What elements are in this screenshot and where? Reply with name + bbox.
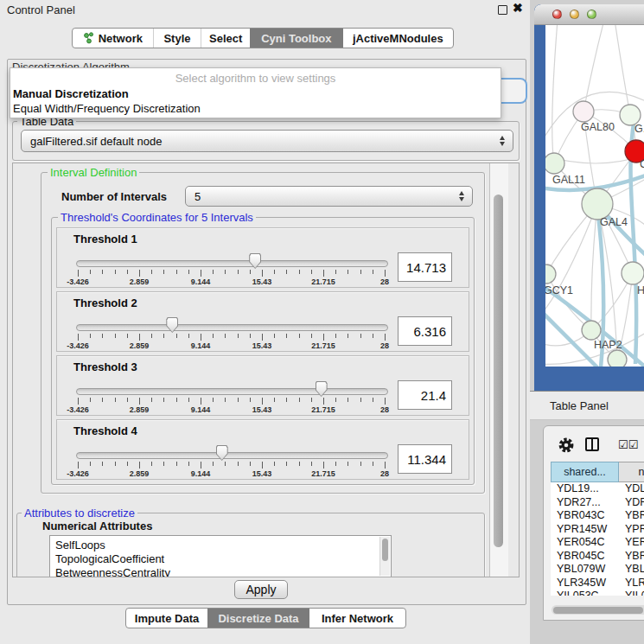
table-h-scrollbar[interactable] <box>552 605 644 615</box>
threshold-slider-thumb[interactable] <box>166 317 178 333</box>
network-node-partial[interactable] <box>608 350 627 367</box>
tick-label: 2.859 <box>120 405 158 414</box>
network-node-gal80[interactable] <box>573 101 594 122</box>
minor-tick <box>274 462 275 466</box>
table-row[interactable]: YIL053CYIL0 <box>551 590 644 596</box>
threshold-slider-track[interactable] <box>76 260 388 267</box>
cell-name: YIL0 <box>625 590 644 596</box>
major-tick <box>201 334 201 341</box>
node-label: GAL4 <box>600 216 628 228</box>
apply-button[interactable]: Apply <box>234 580 288 599</box>
tick-label: -3.426 <box>59 277 97 286</box>
threshold-value-field[interactable]: 11.344 <box>398 444 452 474</box>
minor-tick <box>127 270 128 274</box>
interval-definition-label: Interval Definition <box>48 166 139 179</box>
minimize-traffic-light[interactable] <box>570 10 579 19</box>
table-row[interactable]: YLR345WYLR3 <box>551 577 644 590</box>
tab-select[interactable]: Select <box>201 29 250 48</box>
threshold-slider-thumb[interactable] <box>249 253 261 269</box>
column-header-name[interactable]: na <box>619 462 644 482</box>
thresholds-group-label: Threshold's Coordinates for 5 Intervals <box>58 211 256 224</box>
node-label: G. <box>634 123 644 135</box>
float-window-icon[interactable] <box>498 5 507 15</box>
minor-tick <box>360 334 361 338</box>
numerical-attributes-list: SelfLoopsTopologicalCoefficientBetweenne… <box>49 535 392 577</box>
tick-label: -3.426 <box>59 341 97 350</box>
table-row[interactable]: YBR043CYBR0 <box>551 509 644 523</box>
minor-tick <box>299 398 300 402</box>
network-node-gal11[interactable] <box>545 153 564 174</box>
table-panel-bar: Table Panel <box>530 391 644 420</box>
table-h-scrollbar-thumb[interactable] <box>553 607 643 614</box>
threshold-slider-track[interactable] <box>76 324 388 331</box>
number-of-intervals-combo[interactable]: 5 <box>185 186 473 207</box>
network-view-window: GAL80G.CGAL11GAL4GCY1HHAP2 <box>534 4 644 391</box>
cell-shared-name: YDL19... <box>551 482 625 496</box>
tab-discretize-data[interactable]: Discretize Data <box>207 609 309 628</box>
cell-name: YLR3 <box>625 577 644 590</box>
table-row[interactable]: YBL079WYBL0 <box>551 563 644 577</box>
minor-tick <box>274 398 275 402</box>
tab-impute-data[interactable]: Impute Data <box>126 609 207 628</box>
attribute-item-topologicalcoefficient[interactable]: TopologicalCoefficient <box>50 552 391 566</box>
split-columns-icon[interactable] <box>585 437 599 451</box>
close-icon[interactable]: ✖ <box>513 1 523 15</box>
network-node-hap2[interactable] <box>582 321 601 340</box>
minor-tick <box>163 462 164 466</box>
minor-tick <box>90 462 91 466</box>
tab-jactivemnodules[interactable]: jActiveMNodules <box>343 29 453 48</box>
algorithm-option-manual-discretization[interactable]: Manual Discretization <box>13 87 129 100</box>
minor-tick <box>163 334 164 338</box>
table-row[interactable]: YER054CYER0 <box>551 536 644 550</box>
table-row[interactable]: YDL19...YDL1 <box>551 482 644 496</box>
table-row[interactable]: YPR145WYPR1 <box>551 523 644 537</box>
minor-tick <box>311 334 312 338</box>
tab-label: Select <box>209 32 242 45</box>
minor-tick <box>238 398 239 402</box>
minor-tick <box>348 398 348 402</box>
major-tick <box>139 462 140 469</box>
cell-shared-name: YDR27... <box>551 496 625 510</box>
tab-cyni-toolbox[interactable]: Cyni Toolbox <box>250 29 343 48</box>
threshold-value-field[interactable]: 14.713 <box>398 252 452 282</box>
checkbox-icons[interactable]: ☑☑ <box>618 438 638 451</box>
minor-tick <box>115 462 116 466</box>
panel-scrollbar[interactable] <box>489 163 508 577</box>
network-node-gcy1[interactable] <box>545 265 556 284</box>
threshold-slider-thumb[interactable] <box>216 445 228 461</box>
network-canvas[interactable]: GAL80G.CGAL11GAL4GCY1HHAP2 <box>545 25 644 367</box>
minor-tick <box>335 270 336 274</box>
threshold-value-field[interactable]: 21.4 <box>398 380 452 410</box>
tick-label: 2.859 <box>120 341 158 350</box>
threshold-value-field[interactable]: 6.316 <box>398 316 452 346</box>
tab-network[interactable]: Network <box>73 29 153 48</box>
algorithm-option-equal-width-frequency[interactable]: Equal Width/Frequency Discretization <box>13 102 201 115</box>
tab-style[interactable]: Style <box>153 29 201 48</box>
gear-icon[interactable] <box>558 437 575 454</box>
threshold-slider-track[interactable] <box>76 388 388 395</box>
table-data-combo[interactable]: galFiltered.sif default node <box>21 130 513 152</box>
table-row[interactable]: YDR27...YDR2 <box>551 496 644 510</box>
attribute-item-betweennesscentrality[interactable]: BetweennessCentrality <box>50 566 391 577</box>
network-node-gal4[interactable] <box>582 188 613 220</box>
column-header-shared-name[interactable]: shared... <box>551 462 619 482</box>
network-node-h[interactable] <box>622 262 644 284</box>
minor-tick <box>213 334 214 338</box>
threshold-slider-track[interactable] <box>76 452 388 459</box>
table-panel-title: Table Panel <box>550 399 609 412</box>
minor-tick <box>299 270 300 274</box>
list-scrollbar-thumb[interactable] <box>382 539 388 561</box>
table-row[interactable]: YBR045CYBR0 <box>551 550 644 564</box>
zoom-traffic-light[interactable] <box>587 10 596 19</box>
tab-infer-network[interactable]: Infer Network <box>309 609 405 628</box>
threshold-slider-thumb[interactable] <box>316 381 328 397</box>
attribute-item-selfloops[interactable]: SelfLoops <box>50 539 391 552</box>
slider-thumb-face <box>250 254 260 268</box>
list-scrollbar[interactable] <box>379 537 390 576</box>
minor-tick <box>360 398 361 402</box>
panel-scrollbar-thumb[interactable] <box>494 194 503 547</box>
tick-label: 9.144 <box>182 277 220 286</box>
close-traffic-light[interactable] <box>552 10 562 19</box>
major-tick <box>323 462 324 469</box>
minor-tick <box>373 462 373 466</box>
